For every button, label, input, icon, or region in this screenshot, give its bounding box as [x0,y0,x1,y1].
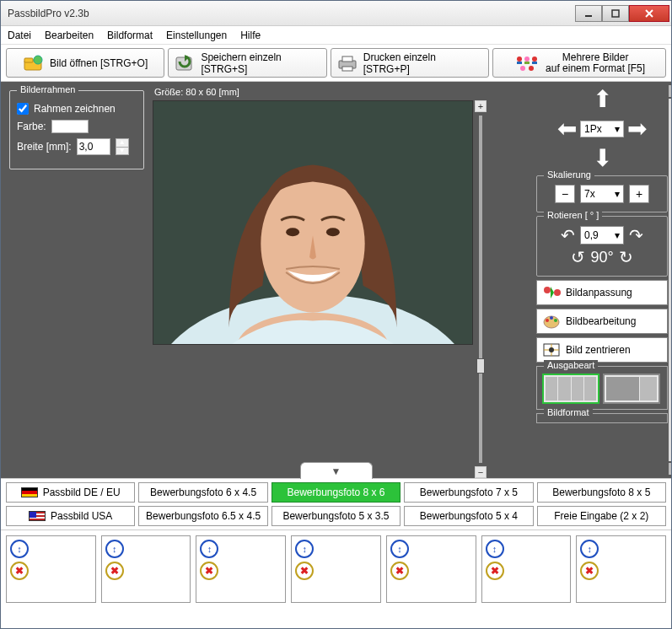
svg-rect-11 [342,67,352,71]
fit-icon [542,285,561,300]
slot-step-button[interactable]: ↕ [10,540,29,558]
menu-hilfe[interactable]: Hilfe [240,30,261,41]
slot-step-button[interactable]: ↕ [390,540,409,558]
open-label: Bild öffnen [STRG+O] [50,57,148,69]
chevron-down-icon: ▾ [615,123,620,135]
svg-rect-1 [612,10,619,17]
width-input[interactable] [77,138,110,155]
edit-button[interactable]: Bildbearbeitung [536,309,668,334]
x-icon: ✖ [110,565,119,577]
slot-remove-button[interactable]: ✖ [580,562,599,580]
width-label: Breite [mm]: [17,141,72,153]
zoom-in-button[interactable]: + [475,100,487,112]
rotate-select[interactable]: 0,9▾ [580,226,624,245]
format-usa[interactable]: Passbild USA [6,506,135,526]
minimize-button[interactable] [575,5,602,22]
move-step-value: 1Px [584,123,602,135]
rotate-ccw-icon[interactable]: ↺ [571,247,585,267]
slot-remove-button[interactable]: ✖ [105,562,124,580]
open-button[interactable]: Bild öffnen [STRG+O] [6,48,164,78]
svg-point-30 [546,319,549,322]
output-split-option[interactable] [603,374,660,404]
menu-bearbeiten[interactable]: Bearbeiten [45,30,94,41]
output-legend: Ausgabeart [544,360,598,370]
x-icon: ✖ [395,565,404,577]
slot-step-button[interactable]: ↕ [105,540,124,558]
rotate-cw-icon[interactable]: ↻ [619,247,633,267]
menu-datei[interactable]: Datei [8,30,31,41]
format-label: Bewerbungsfoto 5 x 3.5 [282,510,389,522]
fit-button[interactable]: Bildanpassung [536,280,668,305]
format-5x35[interactable]: Bewerbungsfoto 5 x 3.5 [271,506,401,526]
draw-frame-checkbox[interactable] [17,103,29,115]
move-right-icon[interactable]: ➡ [627,115,647,142]
multi-button[interactable]: Mehrere Bilder auf einem Format [F5] [492,48,666,78]
color-label: Farbe: [17,121,46,132]
format-8x6[interactable]: Bewerbungsfoto 8 x 6 [271,482,401,503]
photo-canvas[interactable] [153,100,473,345]
scale-minus-button[interactable]: − [555,185,575,203]
move-down-icon[interactable]: ⬇ [593,144,612,172]
print-button[interactable]: Drucken einzeln [STRG+P] [331,48,489,78]
output-panel: Ausgabeart [536,366,668,410]
slot-remove-button[interactable]: ✖ [10,562,29,580]
format-5x4[interactable]: Bewerbungsfoto 5 x 4 [404,506,533,526]
x-icon: ✖ [15,565,24,577]
menu-einstellungen[interactable]: Einstellungen [166,30,227,41]
format-free[interactable]: Freie Eingabe (2 x 2) [537,506,666,526]
slot-step-button[interactable]: ↕ [295,540,314,558]
rotate-undo-icon[interactable]: ↶ [561,225,575,245]
svg-point-36 [549,347,554,352]
slot: ↕ ✖ [196,535,286,603]
slot-step-button[interactable]: ↕ [580,540,599,558]
format-65x45[interactable]: Bewerbungsfoto 6.5 x 4.5 [138,506,267,526]
slot: ↕ ✖ [576,535,666,603]
color-swatch[interactable] [51,120,89,133]
bildformat-panel: Bildformat [536,413,668,423]
rotate-redo-icon[interactable]: ↷ [629,225,643,245]
rotate-deg-label: 90° [590,249,613,266]
width-stepper[interactable]: ▲▼ [116,138,129,155]
slot-step-button[interactable]: ↕ [486,540,504,558]
format-6x45[interactable]: Bewerbungsfoto 6 x 4.5 [138,482,267,503]
scale-plus-button[interactable]: + [629,185,649,203]
slot-remove-button[interactable]: ✖ [295,562,314,580]
svg-rect-10 [342,56,352,62]
edit-label: Bildbearbeitung [566,315,636,327]
move-step-select[interactable]: 1Px▾ [580,121,624,137]
format-8x5[interactable]: Bewerbungsfoto 8 x 5 [537,482,666,503]
tray-toggle-button[interactable]: ▼ [300,462,373,479]
window-title: PassbildPro v2.3b [8,8,575,19]
slot-step-button[interactable]: ↕ [200,540,218,558]
format-7x5[interactable]: Bewerbungsfoto 7 x 5 [404,482,533,503]
draw-frame-label: Rahmen zeichnen [34,103,116,115]
zoom-track[interactable] [479,116,482,463]
svg-rect-15 [524,62,530,64]
updown-icon: ↕ [397,544,402,554]
save-label: Speichern einzeln [STRG+S] [201,51,320,75]
move-left-icon[interactable]: ⬅ [557,115,577,142]
zoom-thumb[interactable] [476,358,485,374]
portrait-image [153,101,472,344]
updown-icon: ↕ [112,544,117,554]
format-de[interactable]: Passbild DE / EU [6,482,135,503]
close-button[interactable] [629,5,669,22]
slot-remove-button[interactable]: ✖ [390,562,409,580]
maximize-button[interactable] [602,5,629,22]
multi-label: Mehrere Bilder auf einem Format [F5] [546,52,645,74]
zoom-out-button[interactable]: − [475,466,487,478]
output-grid-option[interactable] [542,374,599,404]
save-button[interactable]: Speichern einzeln [STRG+S] [168,48,326,78]
slot-row: ↕ ✖ ↕ ✖ ↕ ✖ ↕ ✖ ↕ ✖ ↕ ✖ ↕ ✖ [1,530,671,608]
menu-bildformat[interactable]: Bildformat [107,30,153,41]
rotate-value: 0,9 [584,229,599,241]
right-scrollbar[interactable] [669,99,672,461]
frame-legend: Bilderrahmen [17,84,78,94]
scale-select[interactable]: 7x▾ [580,185,624,203]
slot-remove-button[interactable]: ✖ [200,562,218,580]
center-button[interactable]: Bild zentrieren [536,337,668,363]
format-label: Bewerbungsfoto 8 x 5 [552,487,650,498]
slot-remove-button[interactable]: ✖ [486,562,504,580]
x-icon: ✖ [205,565,213,577]
move-up-icon[interactable]: ⬆ [593,85,612,113]
